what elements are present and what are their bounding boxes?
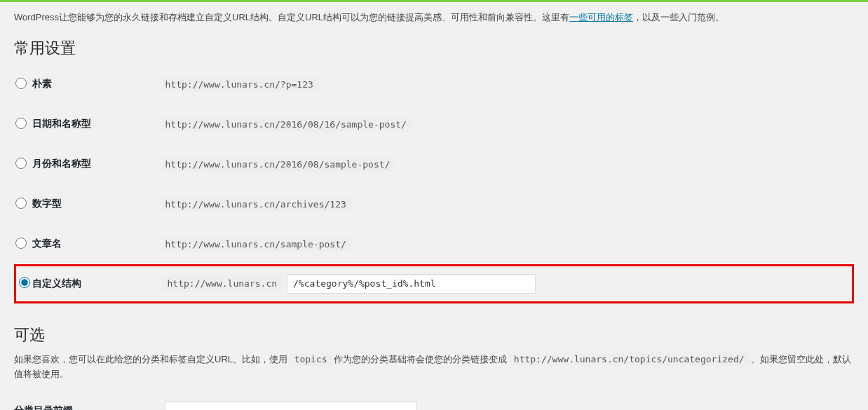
permalink-settings-page: WordPress让您能够为您的永久链接和存档建立自定义URL结构。自定义URL… xyxy=(0,11,868,410)
option-custom-radio[interactable] xyxy=(19,277,30,288)
desc-suffix: ，以及一些入门范例。 xyxy=(633,12,724,22)
option-plain-radio[interactable] xyxy=(15,78,27,89)
option-date-name-row: 日期和名称型 http://www.lunars.cn/2016/08/16/s… xyxy=(15,104,853,144)
optional-heading: 可选 xyxy=(14,324,854,346)
available-tags-link[interactable]: 一些可用的标签 xyxy=(569,12,633,22)
option-plain-label[interactable]: 朴素 xyxy=(32,78,52,89)
option-numeric-example: http://www.lunars.cn/archives/123 xyxy=(162,197,352,212)
option-postname-example: http://www.lunars.cn/sample-post/ xyxy=(162,237,352,252)
option-custom-row: 自定义结构 http://www.lunars.cn xyxy=(15,265,853,302)
option-postname-row: 文章名 http://www.lunars.cn/sample-post/ xyxy=(15,224,853,266)
option-plain-row: 朴素 http://www.lunars.cn/?p=123 xyxy=(15,64,853,104)
option-month-name-row: 月份和名称型 http://www.lunars.cn/2016/08/samp… xyxy=(15,144,853,184)
desc-prefix: WordPress让您能够为您的永久链接和存档建立自定义URL结构。自定义URL… xyxy=(14,12,569,22)
option-numeric-row: 数字型 http://www.lunars.cn/archives/123 xyxy=(15,184,853,224)
permalink-options-table: 朴素 http://www.lunars.cn/?p=123 日期和名称型 ht… xyxy=(14,64,854,303)
optional-desc-part2: 作为您的分类基础将会使您的分类链接变成 xyxy=(332,354,510,364)
optional-desc-code1: topics xyxy=(290,353,332,366)
option-month-name-radio[interactable] xyxy=(15,158,27,169)
optional-desc-part1: 如果您喜欢，您可以在此给您的分类和标签自定义URL。比如，使用 xyxy=(14,354,290,364)
option-numeric-radio[interactable] xyxy=(15,198,27,209)
option-date-name-radio[interactable] xyxy=(15,118,27,129)
option-postname-radio[interactable] xyxy=(15,238,27,249)
category-prefix-label[interactable]: 分类目录前缀 xyxy=(14,404,73,410)
common-settings-heading: 常用设置 xyxy=(14,38,854,59)
custom-base-url: http://www.lunars.cn xyxy=(162,275,283,292)
option-postname-label[interactable]: 文章名 xyxy=(32,238,62,249)
option-month-name-example: http://www.lunars.cn/2016/08/sample-post… xyxy=(162,157,396,172)
option-date-name-label[interactable]: 日期和名称型 xyxy=(32,118,91,129)
page-description: WordPress让您能够为您的永久链接和存档建立自定义URL结构。自定义URL… xyxy=(14,11,854,25)
option-date-name-example: http://www.lunars.cn/2016/08/16/sample-p… xyxy=(162,117,412,132)
category-prefix-row: 分类目录前缀 xyxy=(14,395,854,410)
optional-description: 如果您喜欢，您可以在此给您的分类和标签自定义URL。比如，使用 topics 作… xyxy=(14,353,854,382)
option-month-name-label[interactable]: 月份和名称型 xyxy=(32,158,91,169)
category-prefix-input[interactable] xyxy=(165,401,417,410)
option-numeric-label[interactable]: 数字型 xyxy=(32,198,62,209)
notice-top-border xyxy=(0,0,868,2)
optional-settings-table: 分类目录前缀 xyxy=(14,395,854,410)
custom-structure-wrap: http://www.lunars.cn xyxy=(162,274,853,294)
optional-desc-code2: http://www.lunars.cn/topics/uncategorize… xyxy=(510,353,749,366)
custom-structure-input[interactable] xyxy=(287,274,536,294)
option-plain-example: http://www.lunars.cn/?p=123 xyxy=(162,77,319,92)
option-custom-label[interactable]: 自定义结构 xyxy=(32,278,81,289)
